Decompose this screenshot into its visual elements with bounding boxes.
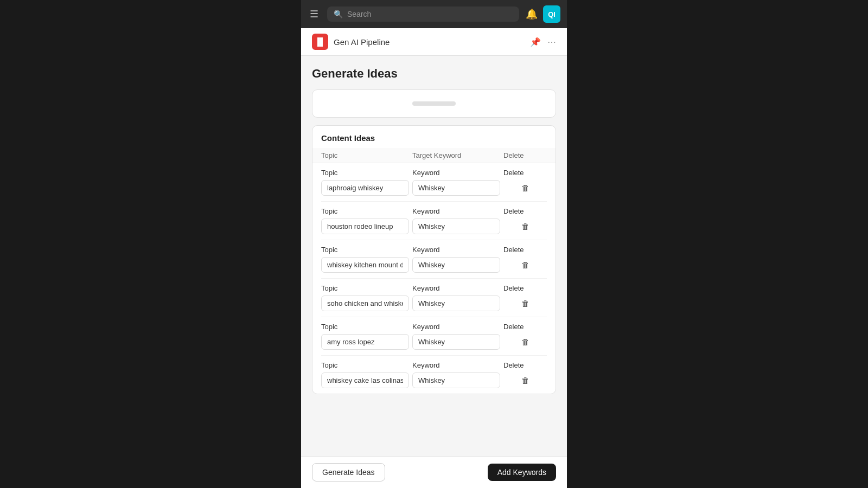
page-header-bar: ▐▌ Gen AI Pipeline 📌 ⋯ (301, 28, 567, 56)
search-icon: 🔍 (334, 10, 343, 18)
nav-right: 🔔 QI (526, 5, 560, 23)
col-header-topic: Topic (321, 151, 412, 159)
topic-label: Topic (321, 323, 412, 331)
col-header-keyword: Target Keyword (412, 151, 503, 159)
topic-label: Topic (321, 169, 412, 177)
trash-button[interactable]: 🗑 (520, 375, 531, 386)
delete-label: Delete (503, 169, 547, 177)
table-row: Topic Keyword Delete 🗑 (321, 356, 547, 394)
delete-col: 🗑 (503, 259, 547, 271)
trash-button[interactable]: 🗑 (520, 336, 531, 348)
delete-col: 🗑 (503, 375, 547, 386)
keyword-label: Keyword (412, 284, 503, 292)
topic-input[interactable] (321, 373, 409, 388)
page-title: Generate Ideas (312, 67, 556, 81)
delete-label: Delete (503, 361, 547, 369)
delete-label: Delete (503, 284, 547, 292)
bottom-bar: Generate Ideas Add Keywords (301, 456, 567, 488)
topic-label: Topic (321, 207, 412, 215)
keyword-input[interactable] (412, 334, 500, 350)
page-header-left: ▐▌ Gen AI Pipeline (312, 34, 390, 50)
trash-button[interactable]: 🗑 (520, 221, 531, 232)
partial-bar (412, 101, 456, 106)
row-labels: Topic Keyword Delete (321, 284, 547, 292)
row-labels: Topic Keyword Delete (321, 361, 547, 369)
row-labels: Topic Keyword Delete (321, 323, 547, 331)
topic-label: Topic (321, 284, 412, 292)
row-labels: Topic Keyword Delete (321, 169, 547, 177)
delete-col: 🗑 (503, 336, 547, 348)
trash-button[interactable]: 🗑 (520, 259, 531, 271)
row-inputs: 🗑 (321, 373, 547, 388)
keyword-label: Keyword (412, 207, 503, 215)
topic-input[interactable] (321, 257, 409, 273)
table-row: Topic Keyword Delete 🗑 (321, 317, 547, 356)
search-bar: 🔍 (327, 7, 519, 22)
row-labels: Topic Keyword Delete (321, 246, 547, 254)
more-button[interactable]: ⋯ (547, 37, 556, 47)
topic-input[interactable] (321, 180, 409, 196)
table-header: Topic Target Keyword Delete (312, 148, 556, 163)
delete-col: 🗑 (503, 221, 547, 232)
table-row: Topic Keyword Delete 🗑 (321, 279, 547, 317)
row-labels: Topic Keyword Delete (321, 207, 547, 215)
col-header-delete: Delete (503, 151, 547, 159)
keyword-label: Keyword (412, 323, 503, 331)
content-ideas-card: Content Ideas Topic Target Keyword Delet… (312, 125, 556, 394)
pin-button[interactable]: 📌 (530, 37, 541, 47)
table-row: Topic Keyword Delete 🗑 (321, 163, 547, 202)
table-row: Topic Keyword Delete 🗑 (321, 202, 547, 240)
avatar[interactable]: QI (543, 5, 560, 23)
topic-label: Topic (321, 361, 412, 369)
top-partial-card (312, 89, 556, 118)
keyword-input[interactable] (412, 296, 500, 311)
delete-label: Delete (503, 207, 547, 215)
delete-label: Delete (503, 323, 547, 331)
keyword-input[interactable] (412, 373, 500, 388)
trash-button[interactable]: 🗑 (520, 298, 531, 309)
page-header-title: Gen AI Pipeline (334, 37, 390, 47)
topic-label: Topic (321, 246, 412, 254)
row-inputs: 🗑 (321, 296, 547, 311)
main-content: Generate Ideas Content Ideas Topic Targe… (301, 56, 567, 488)
keyword-input[interactable] (412, 219, 500, 234)
keyword-input[interactable] (412, 257, 500, 273)
generate-ideas-button[interactable]: Generate Ideas (312, 463, 385, 481)
topic-input[interactable] (321, 334, 409, 350)
keyword-label: Keyword (412, 246, 503, 254)
row-inputs: 🗑 (321, 219, 547, 234)
keyword-label: Keyword (412, 361, 503, 369)
app-icon: ▐▌ (312, 34, 328, 50)
keyword-input[interactable] (412, 180, 500, 196)
delete-label: Delete (503, 246, 547, 254)
topic-input[interactable] (321, 219, 409, 234)
delete-col: 🗑 (503, 182, 547, 194)
add-keywords-button[interactable]: Add Keywords (488, 464, 556, 481)
top-nav: ☰ 🔍 🔔 QI (301, 0, 567, 28)
page-header-right: 📌 ⋯ (530, 37, 556, 47)
bell-button[interactable]: 🔔 (526, 8, 538, 20)
row-inputs: 🗑 (321, 257, 547, 273)
topic-input[interactable] (321, 296, 409, 311)
rows-container: Topic Keyword Delete 🗑 Topic Keyword Del… (312, 163, 556, 394)
table-row: Topic Keyword Delete 🗑 (321, 240, 547, 279)
search-input[interactable] (347, 10, 513, 18)
row-inputs: 🗑 (321, 334, 547, 350)
keyword-label: Keyword (412, 169, 503, 177)
hamburger-button[interactable]: ☰ (308, 6, 321, 22)
hamburger-icon: ☰ (310, 8, 318, 20)
delete-col: 🗑 (503, 298, 547, 309)
trash-button[interactable]: 🗑 (520, 182, 531, 194)
content-ideas-heading: Content Ideas (312, 126, 556, 148)
row-inputs: 🗑 (321, 180, 547, 196)
